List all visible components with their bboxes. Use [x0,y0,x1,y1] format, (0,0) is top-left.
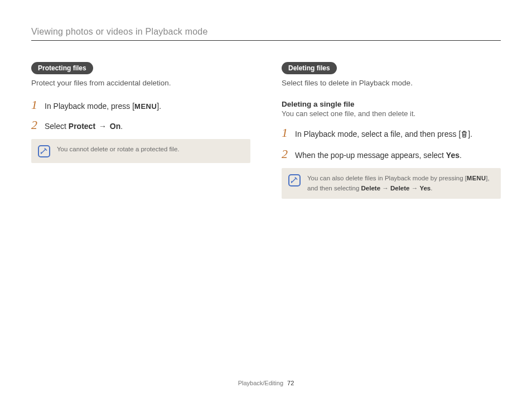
manual-page: Viewing photos or videos in Playback mod… [0,0,532,402]
text: In Playback mode, press [ [45,102,134,111]
bold-delete: Delete [361,185,381,192]
bold-protect: Protect [69,122,95,131]
note-box: You can also delete files in Playback mo… [282,168,501,199]
step-2: 2 When the pop-up message appears, selec… [282,148,501,161]
bold-on: On [110,122,120,131]
menu-label: MENU [467,175,486,181]
section-pill-deleting: Deleting files [282,62,337,74]
step-number: 1 [282,127,291,139]
arrow: → [95,122,110,131]
section-pill-protecting: Protecting files [31,62,93,74]
subheading: Deleting a single file [282,100,501,108]
subdesc: You can select one file, and then delete… [282,109,501,118]
page-number: 72 [287,380,294,386]
bold-delete: Delete [390,185,410,192]
text: Select [45,122,69,131]
section-desc: Protect your files from accidental delet… [31,78,250,89]
text: . [120,122,123,131]
step-text: When the pop-up message appears, select … [295,150,462,161]
page-footer: Playback/Editing 72 [0,380,532,386]
trash-icon [461,130,468,141]
text: When the pop-up message appears, select [295,151,446,160]
arrow: → [410,185,420,192]
bold-yes: Yes [446,151,460,160]
footer-section: Playback/Editing [238,380,283,386]
step-text: In Playback mode, select a file, and the… [295,128,472,141]
note-text: You cannot delete or rotate a protected … [57,145,180,154]
text: You can also delete files in Playback mo… [307,175,467,181]
text: In Playback mode, select a file, and the… [295,130,461,138]
note-icon [288,174,301,186]
arrow: → [380,185,390,192]
section-desc: Select files to delete in Playback mode. [282,78,501,89]
text: ]. [468,130,472,138]
content-columns: Protecting files Protect your files from… [31,62,501,199]
step-number: 2 [282,148,291,160]
page-header: Viewing photos or videos in Playback mod… [31,27,501,41]
left-column: Protecting files Protect your files from… [31,62,250,199]
menu-label: MENU [134,102,157,111]
step-number: 2 [31,119,40,131]
text: ]. [157,102,161,111]
step-1: 1 In Playback mode, press [MENU]. [31,99,250,112]
step-1: 1 In Playback mode, select a file, and t… [282,127,501,141]
step-text: In Playback mode, press [MENU]. [45,100,161,112]
note-icon [38,145,50,157]
note-text: You can also delete files in Playback mo… [307,174,493,193]
step-text: Select Protect → On. [45,121,123,132]
right-column: Deleting files Select files to delete in… [282,62,501,199]
bold-yes: Yes [419,185,431,192]
note-box: You cannot delete or rotate a protected … [31,139,250,163]
step-2: 2 Select Protect → On. [31,119,250,132]
step-number: 1 [31,99,40,111]
text: . [431,185,432,192]
text: . [460,151,462,160]
